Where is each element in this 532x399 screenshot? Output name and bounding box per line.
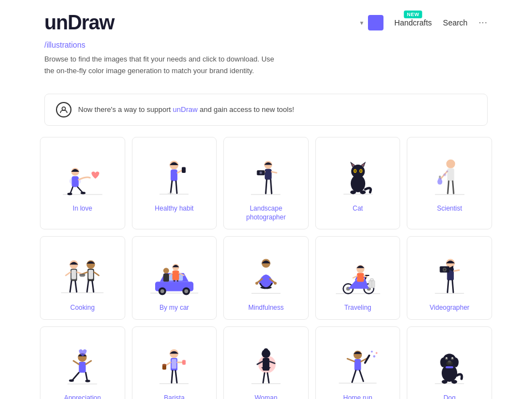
svg-rect-82 [172,359,177,369]
nav: ▼ NEW Handcrafts Search ··· [359,15,488,30]
item-label: By my car [160,303,189,313]
svg-rect-51 [172,271,179,280]
svg-rect-85 [182,360,186,365]
svg-point-96 [376,352,377,354]
svg-rect-64 [357,273,364,282]
illustrations-grid: In love [0,137,532,399]
illustration-home-run [321,338,395,388]
item-label: Scientist [437,204,462,213]
list-item[interactable]: Cooking [40,236,125,320]
svg-point-111 [452,380,458,383]
svg-point-105 [448,360,451,362]
svg-rect-53 [163,274,169,282]
svg-point-31 [443,173,446,176]
svg-point-26 [360,190,366,194]
list-item[interactable]: Traveling [315,236,401,320]
svg-rect-41 [80,274,85,276]
list-item[interactable]: By my car [132,236,217,320]
svg-rect-36 [71,270,76,279]
svg-rect-10 [182,167,186,173]
svg-point-17 [260,172,262,173]
list-item[interactable]: Barista [132,326,217,399]
svg-rect-112 [446,366,453,369]
svg-point-109 [452,357,453,359]
svg-point-6 [80,192,85,194]
item-label: In love [73,204,92,213]
grid-row-3: Appreciation [40,326,492,399]
banner-icon [56,102,71,117]
svg-rect-14 [265,168,272,180]
svg-rect-93 [355,359,361,370]
support-banner[interactable]: Now there's a way to support unDraw and … [44,94,488,126]
svg-point-28 [446,159,455,168]
list-item[interactable]: Appreciation [40,326,125,399]
svg-point-48 [160,289,164,293]
list-item[interactable]: Mindfulness [223,236,309,320]
svg-rect-39 [89,270,94,279]
list-item[interactable]: Home run [315,326,401,399]
svg-point-52 [163,268,169,273]
illustration-traveling [321,248,395,298]
nav-more-button[interactable]: ··· [479,18,488,28]
svg-point-77 [69,379,74,381]
item-label: Mindfulness [248,303,284,313]
list-item[interactable]: In love [40,137,125,230]
illustration-videographer [413,248,486,298]
svg-rect-3 [71,176,78,187]
item-label: Cat [352,204,363,213]
svg-point-0 [62,107,65,110]
item-label: Home run [343,393,372,399]
list-item[interactable]: Woman [223,326,309,399]
item-label: Cooking [70,303,95,313]
color-swatch[interactable] [368,15,383,30]
nav-handcrafts[interactable]: NEW Handcrafts [395,18,432,27]
list-item[interactable]: Healthy habit [132,137,217,230]
svg-point-57 [274,282,277,285]
svg-point-20 [351,165,365,178]
illustration-woman [229,338,303,388]
list-item[interactable]: Dog [407,326,492,399]
svg-point-32 [446,170,448,172]
illustration-cooking [46,248,119,298]
illustration-in-love [46,149,119,198]
header: unDraw ▼ NEW Handcrafts Search ··· [0,0,532,40]
item-label: Healthy habit [155,204,193,213]
illustration-mindfulness [229,248,303,298]
nav-search[interactable]: Search [443,18,467,27]
item-label: Traveling [344,303,371,313]
description: Browse to find the images that fit your … [44,54,488,77]
banner-text: Now there's a way to support unDraw and … [78,105,294,114]
grid-row-1: In love [40,137,492,230]
subtitle-section: /illustrations Browse to find the images… [0,40,532,88]
svg-point-78 [85,380,90,382]
svg-rect-29 [447,168,454,181]
item-label: Woman [254,393,277,399]
color-arrow-icon: ▼ [359,20,365,26]
svg-point-97 [371,351,372,352]
logo: unDraw [44,11,114,34]
illustration-barista [138,338,211,388]
item-label: Videographer [429,303,469,313]
svg-point-84 [162,364,166,366]
svg-point-24 [360,169,361,172]
svg-point-56 [255,282,258,285]
list-item[interactable]: Scientist [407,137,492,230]
svg-rect-67 [370,279,373,281]
grid-row-2: Cooking [40,236,492,320]
svg-point-5 [67,192,72,195]
list-item[interactable]: Videographer [407,236,492,320]
illustrations-link[interactable]: /illustrations [44,40,85,49]
list-item[interactable]: Landscapephotographer [223,137,309,230]
illustration-scientist [413,149,486,198]
list-item[interactable]: Cat [315,137,401,230]
color-picker[interactable]: ▼ [359,15,383,30]
svg-point-25 [350,190,356,194]
new-badge: NEW [404,11,422,18]
svg-point-49 [185,289,188,293]
svg-point-34 [70,260,78,269]
illustration-dog [413,338,486,388]
illustration-healthy-habit [138,149,211,198]
illustration-cat [321,149,395,198]
svg-rect-30 [439,176,441,178]
svg-point-95 [373,355,375,357]
